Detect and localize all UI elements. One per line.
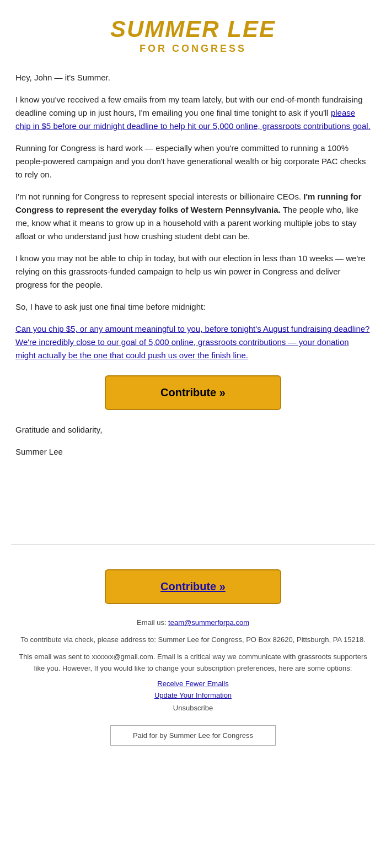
- paragraph-4: I know you may not be able to chip in to…: [15, 252, 371, 292]
- unsubscribe-text: Unsubscribe: [173, 704, 213, 712]
- paragraph-6: Can you chip $5, or any amount meaningfu…: [15, 322, 371, 362]
- para3-start: I'm not running for Congress to represen…: [15, 192, 303, 201]
- contribute-button-2[interactable]: Contribute »: [105, 569, 281, 604]
- footer-email-paragraph: Email us: team@summerforpa.com: [15, 617, 371, 629]
- email-header: SUMMER LEE FOR CONGRESS: [0, 0, 386, 66]
- footer-email-link[interactable]: team@summerforpa.com: [168, 618, 249, 627]
- para5-text: So, I have to ask just one final time be…: [15, 302, 205, 311]
- footer-check-text: To contribute via check, please address …: [20, 635, 366, 644]
- candidate-subtitle: FOR CONGRESS: [11, 43, 375, 55]
- footer-notice-text: This email was sent to xxxxxx@gmail.com.…: [19, 653, 367, 672]
- para2-text: Running for Congress is hard work — espe…: [15, 143, 366, 179]
- paid-by-text: Paid for by Summer Lee for Congress: [133, 731, 253, 740]
- greeting-paragraph: Hey, John — it's Summer.: [15, 71, 371, 84]
- paragraph-5: So, I have to ask just one final time be…: [15, 300, 371, 314]
- update-info-link[interactable]: Update Your Information: [15, 691, 371, 699]
- contribute-button-1[interactable]: Contribute »: [105, 375, 281, 410]
- email-footer: Contribute » Email us: team@summerforpa.…: [0, 545, 386, 765]
- closing-1-text: Gratitude and solidarity,: [15, 425, 102, 434]
- paragraph-3: I'm not running for Congress to represen…: [15, 190, 371, 243]
- closing-2: Summer Lee: [15, 445, 371, 459]
- greeting-text: Hey, John — it's Summer.: [15, 73, 110, 82]
- para1-text: I know you've received a few emails from…: [15, 95, 363, 117]
- para4-text: I know you may not be able to chip in to…: [15, 254, 366, 289]
- paragraph-2: Running for Congress is hard work — espe…: [15, 142, 371, 181]
- spacer: [15, 467, 371, 533]
- closing-2-text: Summer Lee: [15, 447, 63, 456]
- receive-fewer-emails-link[interactable]: Receive Fewer Emails: [15, 680, 371, 688]
- update-info-text: Update Your Information: [154, 691, 232, 699]
- paragraph-1: I know you've received a few emails from…: [15, 93, 371, 133]
- para6-link-text: Can you chip $5, or any amount meaningfu…: [15, 324, 369, 360]
- receive-fewer-emails-text: Receive Fewer Emails: [157, 680, 228, 688]
- paid-by-box: Paid for by Summer Lee for Congress: [110, 725, 276, 746]
- footer-notice-paragraph: This email was sent to xxxxxx@gmail.com.…: [15, 651, 371, 675]
- email-wrapper: SUMMER LEE FOR CONGRESS Hey, John — it's…: [0, 0, 386, 765]
- footer-email-label: Email us:: [137, 618, 168, 627]
- footer-email-link-text: team@summerforpa.com: [168, 618, 249, 627]
- footer-links: Receive Fewer Emails Update Your Informa…: [15, 680, 371, 712]
- para6-link[interactable]: Can you chip $5, or any amount meaningfu…: [15, 324, 369, 360]
- candidate-name: SUMMER LEE: [11, 17, 375, 42]
- closing-1: Gratitude and solidarity,: [15, 423, 371, 436]
- footer-check-paragraph: To contribute via check, please address …: [15, 634, 371, 646]
- email-body: Hey, John — it's Summer. I know you've r…: [0, 66, 386, 544]
- paid-wrapper: Paid for by Summer Lee for Congress: [15, 716, 371, 754]
